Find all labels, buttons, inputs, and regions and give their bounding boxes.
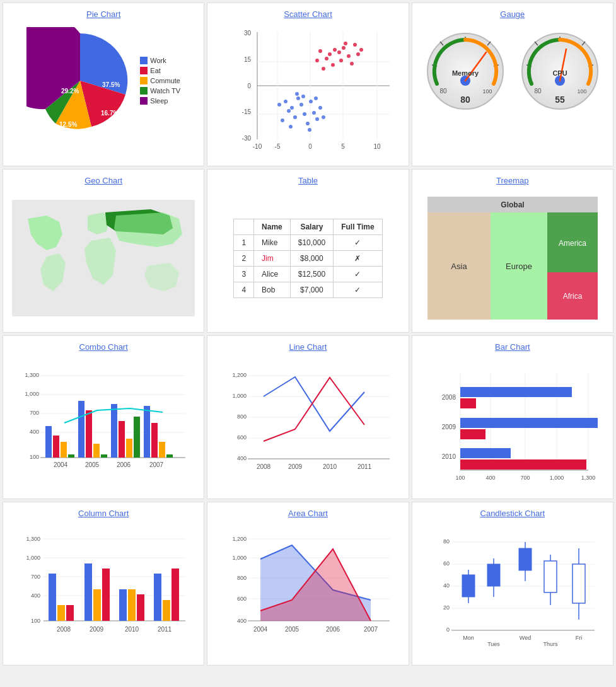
svg-rect-113 [119, 421, 125, 458]
line-chart-title[interactable]: Line Chart [289, 342, 327, 352]
svg-point-47 [312, 111, 316, 115]
svg-point-51 [277, 103, 281, 107]
combo-chart-title[interactable]: Combo Chart [79, 342, 128, 352]
gauge-chart-title[interactable]: Gauge [500, 9, 525, 19]
combo-svg: 1,300 1,000 700 400 100 [15, 363, 192, 486]
svg-point-28 [331, 63, 335, 67]
svg-rect-115 [134, 417, 140, 458]
svg-rect-180 [171, 569, 179, 621]
pie-chart-title[interactable]: Pie Chart [86, 9, 120, 19]
geo-chart-title[interactable]: Geo Chart [84, 176, 122, 185]
svg-text:100: 100 [31, 618, 40, 624]
svg-text:CPU: CPU [552, 69, 567, 77]
bar-chart-title[interactable]: Bar Chart [495, 342, 530, 352]
svg-text:1,200: 1,200 [233, 372, 247, 378]
table-row: 3 Alice $12,500 ✓ [234, 266, 382, 282]
area-chart-title[interactable]: Area Chart [288, 509, 328, 518]
legend-eat: Eat [140, 67, 180, 74]
table-chart-title[interactable]: Table [298, 176, 318, 185]
svg-text:1,000: 1,000 [233, 555, 247, 561]
svg-text:2007: 2007 [364, 626, 378, 633]
svg-rect-114 [126, 439, 132, 458]
pie-legend: Work Eat Commute Watch TV Sleep [140, 57, 180, 105]
svg-point-53 [322, 115, 325, 119]
svg-rect-158 [460, 459, 586, 470]
svg-rect-112 [111, 404, 117, 458]
svg-text:20: 20 [443, 604, 450, 611]
svg-text:600: 600 [237, 596, 247, 602]
svg-text:700: 700 [30, 410, 39, 416]
svg-text:1,000: 1,000 [233, 393, 247, 399]
svg-rect-109 [86, 410, 92, 458]
svg-text:1,300: 1,300 [26, 536, 41, 542]
svg-point-25 [337, 50, 341, 54]
svg-text:800: 800 [237, 575, 247, 581]
svg-point-45 [309, 100, 313, 103]
svg-point-34 [350, 62, 354, 66]
candlestick-chart-title[interactable]: Candlestick Chart [480, 509, 545, 518]
pie-chart-cell: Pie Chart 29.2% 37.5% 16.7% 12.5% Work [3, 3, 204, 166]
svg-rect-176 [128, 589, 136, 621]
svg-rect-116 [144, 406, 150, 458]
svg-point-52 [318, 106, 322, 110]
scatter-svg: 30 15 0 -15 -30 -10 -5 0 5 10 [223, 26, 393, 158]
svg-point-38 [284, 100, 288, 103]
geo-svg [12, 200, 195, 316]
svg-text:1,000: 1,000 [26, 555, 41, 561]
bar-chart-area: 100 400 700 1,000 1,300 2008 2009 2010 [419, 357, 607, 492]
svg-point-43 [293, 115, 297, 119]
svg-text:1,300: 1,300 [25, 372, 40, 378]
svg-point-29 [339, 59, 343, 62]
svg-text:600: 600 [237, 434, 247, 441]
table-row: 2 Jim $8,000 ✗ [234, 250, 382, 266]
svg-text:2009: 2009 [90, 626, 104, 633]
svg-text:400: 400 [237, 618, 247, 624]
svg-text:2009: 2009 [442, 424, 456, 430]
candlestick-chart-area: 80 60 40 20 0 Mon Tues [419, 523, 607, 659]
svg-text:Wed: Wed [520, 635, 531, 641]
svg-text:400: 400 [237, 455, 247, 461]
svg-text:30: 30 [244, 30, 252, 37]
svg-text:Africa: Africa [562, 292, 582, 301]
svg-text:400: 400 [485, 475, 495, 481]
svg-point-39 [290, 106, 294, 110]
svg-rect-119 [166, 454, 173, 458]
svg-text:1,000: 1,000 [550, 475, 564, 481]
col-fulltime: Full Time [334, 219, 382, 234]
svg-text:2007: 2007 [149, 461, 164, 468]
svg-point-50 [315, 117, 319, 121]
svg-text:-10: -10 [253, 143, 262, 150]
svg-rect-177 [137, 594, 144, 621]
scatter-chart-title[interactable]: Scatter Chart [284, 9, 332, 19]
svg-rect-215 [487, 564, 500, 586]
svg-text:5: 5 [342, 143, 346, 150]
bar-svg: 100 400 700 1,000 1,300 2008 2009 2010 [427, 363, 598, 486]
svg-text:1,200: 1,200 [233, 536, 247, 542]
svg-text:700: 700 [520, 475, 530, 481]
gauge-container: Memory 80 100 80 CPU 80 100 [424, 30, 601, 112]
gauge-chart-cell: Gauge [412, 3, 613, 166]
svg-text:2006: 2006 [326, 626, 340, 633]
table-row: 1 Mike $10,000 ✓ [234, 234, 382, 250]
svg-point-35 [356, 52, 360, 56]
svg-text:10: 10 [374, 143, 381, 150]
svg-text:100: 100 [577, 88, 586, 95]
line-svg: 1,200 1,000 800 600 400 [223, 363, 393, 486]
svg-text:100: 100 [482, 88, 492, 95]
table-row: 4 Bob $7,000 ✓ [234, 282, 382, 297]
column-chart-title[interactable]: Column Chart [78, 509, 129, 518]
svg-text:-15: -15 [242, 108, 252, 115]
svg-rect-153 [460, 387, 572, 397]
svg-text:60: 60 [443, 560, 450, 567]
col-num [234, 219, 254, 234]
svg-point-26 [342, 46, 346, 50]
svg-text:Mon: Mon [463, 635, 474, 641]
svg-text:2011: 2011 [158, 626, 172, 633]
svg-text:America: America [559, 239, 586, 248]
svg-rect-221 [544, 561, 557, 592]
svg-rect-172 [84, 563, 92, 621]
svg-point-33 [344, 42, 347, 45]
treemap-chart-title[interactable]: Treemap [496, 176, 529, 185]
svg-text:2006: 2006 [117, 461, 131, 468]
combo-chart-cell: Combo Chart 1,300 1,000 700 400 100 [3, 335, 204, 499]
